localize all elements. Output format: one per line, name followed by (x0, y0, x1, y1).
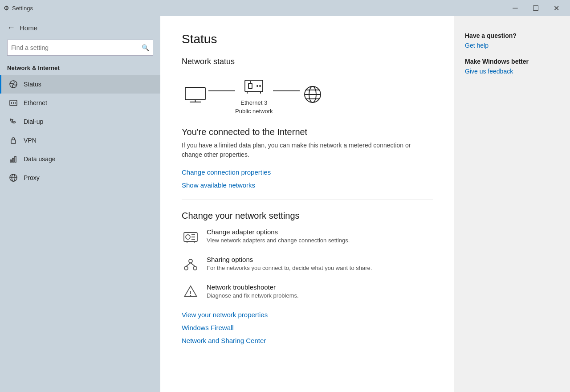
sidebar-item-label-datausage: Data usage (24, 155, 56, 163)
svg-point-21 (190, 295, 191, 296)
sidebar-item-label-ethernet: Ethernet (24, 99, 47, 106)
app-body: ← Home 🔍 Network & Internet Status (0, 16, 570, 392)
svg-rect-5 (15, 156, 16, 162)
sidebar: ← Home 🔍 Network & Internet Status (0, 16, 160, 392)
right-panel: Have a question? Get help Make Windows b… (454, 16, 570, 392)
show-networks-link[interactable]: Show available networks (182, 181, 433, 189)
proxy-icon (8, 173, 18, 183)
close-button[interactable]: ✕ (546, 0, 566, 16)
network-status-heading: Network status (182, 57, 433, 66)
internet-icon (300, 84, 326, 106)
ethernet-device-icon (240, 75, 267, 98)
sidebar-item-status[interactable]: Status (0, 75, 160, 94)
feedback-link[interactable]: Give us feedback (465, 68, 559, 75)
troubleshooter-text: Network troubleshooter Diagnose and fix … (207, 283, 299, 300)
settings-item-adapter[interactable]: Change adapter options View network adap… (182, 228, 433, 246)
adapter-icon (182, 228, 200, 246)
main-content: Status Network status (160, 16, 454, 392)
dialup-icon (8, 117, 18, 127)
ethernet-device: Ethernet 3 Public network (235, 75, 273, 114)
sidebar-item-label-proxy: Proxy (24, 174, 40, 181)
sharing-desc: For the networks you connect to, decide … (207, 264, 372, 272)
sharing-title: Sharing options (207, 256, 372, 263)
status-icon (8, 79, 18, 89)
settings-window-icon: ⚙ (4, 4, 9, 12)
sharing-center-link[interactable]: Network and Sharing Center (182, 337, 433, 344)
line-1 (208, 90, 235, 91)
change-settings-heading: Change your network settings (182, 211, 433, 221)
sharing-text: Sharing options For the networks you con… (207, 256, 372, 272)
adapter-title: Change adapter options (207, 228, 350, 236)
svg-point-19 (193, 266, 197, 270)
computer-icon (182, 84, 208, 106)
change-connection-link[interactable]: Change connection properties (182, 168, 433, 176)
adapter-desc: View network adapters and change connect… (207, 237, 350, 245)
question-heading: Have a question? (465, 32, 559, 39)
sidebar-item-label-status: Status (24, 81, 41, 88)
network-diagram: Ethernet 3 Public network (182, 75, 433, 114)
troubleshooter-icon (182, 283, 200, 301)
vpn-icon (8, 135, 18, 145)
sidebar-item-label-vpn: VPN (24, 137, 37, 144)
ethernet-icon (8, 98, 18, 108)
svg-point-18 (184, 266, 188, 270)
svg-rect-10 (248, 83, 252, 89)
line-2 (273, 90, 300, 91)
svg-point-17 (189, 259, 192, 263)
back-arrow-icon: ← (7, 23, 15, 33)
settings-item-troubleshooter[interactable]: Network troubleshooter Diagnose and fix … (182, 283, 433, 301)
firewall-link[interactable]: Windows Firewall (182, 324, 433, 331)
search-icon: 🔍 (142, 44, 149, 51)
maximize-button[interactable]: ☐ (525, 0, 546, 16)
svg-point-16 (186, 235, 190, 239)
network-label: Public network (235, 108, 273, 114)
sidebar-item-dialup[interactable]: Dial-up (0, 112, 160, 131)
svg-point-12 (259, 85, 261, 87)
troubleshooter-desc: Diagnose and fix network problems. (207, 292, 299, 300)
home-label: Home (20, 24, 37, 32)
settings-item-sharing[interactable]: Sharing options For the networks you con… (182, 256, 433, 274)
connected-title: You're connected to the Internet (182, 127, 433, 137)
svg-rect-8 (185, 87, 205, 100)
titlebar: ⚙ Settings ─ ☐ ✕ (0, 0, 570, 16)
windows-better-heading: Make Windows better (465, 58, 559, 65)
page-title: Status (182, 32, 433, 46)
sidebar-section-title: Network & Internet (0, 61, 160, 73)
svg-rect-2 (11, 140, 16, 143)
adapter-text: Change adapter options View network adap… (207, 228, 350, 245)
computer-device (182, 84, 208, 106)
connected-desc: If you have a limited data plan, you can… (182, 141, 433, 159)
back-button[interactable]: ← Home (0, 16, 160, 36)
svg-point-11 (256, 85, 258, 87)
search-box: 🔍 (7, 40, 153, 56)
svg-rect-4 (12, 158, 14, 162)
sidebar-item-label-dialup: Dial-up (24, 118, 43, 125)
get-help-link[interactable]: Get help (465, 42, 559, 49)
sidebar-item-proxy[interactable]: Proxy (0, 168, 160, 187)
sidebar-item-vpn[interactable]: VPN (0, 131, 160, 150)
titlebar-title: Settings (12, 5, 505, 12)
troubleshooter-title: Network troubleshooter (207, 283, 299, 291)
datausage-icon (8, 154, 18, 164)
search-input[interactable] (11, 44, 142, 51)
internet-device (300, 84, 326, 106)
sidebar-item-datausage[interactable]: Data usage (0, 150, 160, 168)
view-properties-link[interactable]: View your network properties (182, 311, 433, 318)
ethernet-label: Ethernet 3 (240, 99, 267, 106)
window-controls: ─ ☐ ✕ (505, 0, 566, 16)
sidebar-item-ethernet[interactable]: Ethernet (0, 94, 160, 112)
divider-1 (182, 200, 433, 200)
sidebar-nav: Status Ethernet Dial-up (0, 75, 160, 187)
minimize-button[interactable]: ─ (505, 0, 525, 16)
sharing-icon (182, 256, 200, 274)
svg-rect-3 (10, 160, 12, 162)
